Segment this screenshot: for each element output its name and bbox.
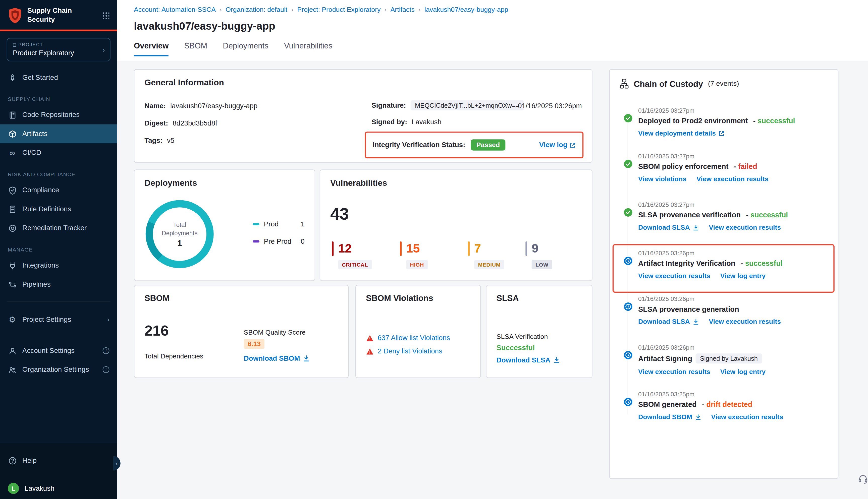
vulnerabilities-total: 43 (330, 205, 349, 224)
view-execution-results-link[interactable]: View execution results (638, 272, 710, 280)
download-icon (303, 355, 310, 362)
sidebar-item-pipelines[interactable]: Pipelines (0, 275, 117, 294)
deny-list-violations-link[interactable]: 2 Deny list Violations (378, 348, 442, 355)
sidebar-item-help[interactable]: Help (0, 451, 117, 470)
chain-of-custody-header: Chain of Custody (7 events) (620, 78, 739, 89)
coc-event-sbom-policy-enforcement: 01/16/2025 03:27pm SBOM policy enforceme… (610, 153, 838, 183)
signed-by-badge: Signed by Lavakush (696, 353, 762, 364)
app-window: Supply ChainSecurity PROJECT Product Exp… (0, 0, 868, 499)
medium-count: 7 (474, 242, 481, 256)
digest-row: Digest: 8d23bd3b5d8f (144, 119, 217, 127)
card-title: SLSA (496, 293, 519, 303)
signature-timestamp: 01/16/2025 03:26pm (518, 102, 582, 110)
card-title: SBOM (144, 293, 170, 303)
breadcrumb-account[interactable]: Account: Automation-SSCA (134, 5, 216, 13)
card-title: General Information (144, 77, 224, 87)
sbom-total-dependencies-value: 216 (144, 322, 169, 340)
high-count: 15 (406, 242, 420, 256)
signed-by-value: Lavakush (412, 118, 442, 126)
pre-prod-count: 0 (301, 238, 304, 245)
tab-deployments[interactable]: Deployments (223, 41, 268, 56)
critical-badge: CRITICAL (338, 260, 372, 269)
shield-check-icon (8, 186, 17, 195)
download-slsa-link[interactable]: Download SLSA (496, 356, 560, 364)
target-icon (8, 224, 17, 233)
card-title: Vulnerabilities (330, 178, 387, 187)
signature-value: MEQCICde2VjIT...bL+2+mqnOXw== (410, 100, 524, 110)
external-link-icon (719, 130, 725, 136)
download-slsa-link[interactable]: Download SLSA (638, 318, 699, 326)
allow-list-violations-row: 637 Allow list Violations (366, 334, 450, 342)
view-execution-results-link[interactable]: View execution results (697, 175, 769, 183)
view-execution-results-link[interactable]: View execution results (711, 413, 783, 421)
chain-of-custody-event-count: (7 events) (708, 80, 739, 88)
view-execution-results-link[interactable]: View execution results (709, 318, 781, 326)
view-log-entry-link[interactable]: View log entry (720, 368, 765, 376)
integrity-status-badge: Passed (471, 139, 506, 150)
apps-grid-icon[interactable] (102, 12, 109, 19)
low-badge: LOW (532, 260, 552, 269)
view-violations-link[interactable]: View violations (638, 175, 686, 183)
project-icon (13, 44, 16, 47)
sidebar-item-get-started[interactable]: Get Started (0, 68, 117, 87)
external-link-icon (570, 142, 576, 148)
legend-item-pre-prod: Pre Prod 0 (253, 238, 305, 245)
breadcrumb-artifacts[interactable]: Artifacts (390, 5, 415, 13)
view-execution-results-link[interactable]: View execution results (638, 368, 710, 376)
sidebar-item-cicd[interactable]: ∞ CI/CD (0, 143, 117, 162)
sidebar-user[interactable]: L Lavakush (0, 479, 117, 498)
sidebar-footer: Help L Lavakush (0, 443, 117, 499)
tab-overview[interactable]: Overview (134, 41, 169, 56)
download-slsa-link[interactable]: Download SLSA (638, 224, 699, 231)
user-avatar: L (8, 483, 19, 494)
project-selector[interactable]: PROJECT Product Exploratory › (7, 38, 110, 61)
vulnerabilities-card: Vulnerabilities 43 12 CRITICAL 15 HIGH 7… (320, 169, 592, 281)
total-deployments-value: 1 (177, 238, 182, 247)
coc-event-deployed-prod2: 01/16/2025 03:27pm Deployed to Prod2 env… (610, 107, 838, 137)
main-area: Account: Automation-SSCA › Organization:… (117, 0, 868, 499)
breadcrumb-organization[interactable]: Organization: default (226, 5, 287, 13)
download-sbom-link[interactable]: Download SBOM (638, 413, 701, 421)
sidebar-section-supply-chain: SUPPLY CHAIN (0, 87, 117, 106)
critical-bar (332, 242, 334, 256)
view-log-entry-link[interactable]: View log entry (720, 272, 765, 280)
tab-sbom[interactable]: SBOM (184, 41, 207, 56)
content-area: General Information Name: lavakush07/eas… (117, 61, 868, 499)
support-headset-icon[interactable] (858, 474, 868, 484)
event-attestation-icon (624, 257, 633, 266)
sidebar-item-account-settings[interactable]: Account Settings i (0, 341, 117, 361)
chain-of-custody-panel: Chain of Custody (7 events) 01/16/2025 0… (609, 69, 839, 479)
sidebar-item-integrations[interactable]: Integrations (0, 256, 117, 275)
slsa-verification-label: SLSA Verification (496, 333, 548, 341)
chevron-right-icon: › (220, 6, 222, 13)
view-execution-results-link[interactable]: View execution results (709, 224, 781, 231)
download-sbom-link[interactable]: Download SBOM (244, 355, 310, 363)
coc-event-artifact-signing: 01/16/2025 03:26pm Artifact SigningSigne… (610, 344, 838, 376)
sidebar-item-code-repositories[interactable]: Code Repositories (0, 106, 117, 124)
breadcrumb-current[interactable]: lavakush07/easy-buggy-app (424, 5, 508, 13)
sidebar-item-artifacts[interactable]: Artifacts (0, 124, 117, 144)
breadcrumb-project[interactable]: Project: Product Exploratory (297, 5, 381, 13)
tab-vulnerabilities[interactable]: Vulnerabilities (284, 41, 332, 56)
sidebar-item-project-settings[interactable]: ⚙ Project Settings › (0, 310, 117, 329)
stat-low: 9 LOW (526, 242, 552, 269)
repository-icon (8, 110, 17, 120)
integrity-verification-row-highlight: Integrity Verification Status: Passed Vi… (365, 132, 584, 158)
sidebar-item-rule-definitions[interactable]: Rule Definitions (0, 200, 117, 219)
download-icon (693, 224, 699, 230)
stat-medium: 7 MEDIUM (468, 242, 505, 269)
sidebar-item-remediation-tracker[interactable]: Remediation Tracker (0, 219, 117, 238)
view-log-link[interactable]: View log (539, 141, 576, 149)
high-bar (400, 242, 402, 256)
page-header: Account: Automation-SSCA › Organization:… (117, 0, 868, 61)
name-row: Name: lavakush07/easy-buggy-app (144, 102, 257, 110)
allow-list-violations-link[interactable]: 637 Allow list Violations (378, 334, 450, 342)
plug-icon (8, 261, 17, 270)
rocket-icon (8, 73, 17, 82)
view-deployment-details-link[interactable]: View deployment details (638, 129, 725, 137)
sbom-card: SBOM 216 Total Dependencies SBOM Quality… (134, 285, 349, 378)
sidebar-item-compliance[interactable]: Compliance (0, 181, 117, 200)
stat-critical: 12 CRITICAL (332, 242, 372, 269)
sidebar-item-organization-settings[interactable]: Organization Settings i (0, 360, 117, 379)
gear-icon: ⚙ (8, 315, 17, 324)
